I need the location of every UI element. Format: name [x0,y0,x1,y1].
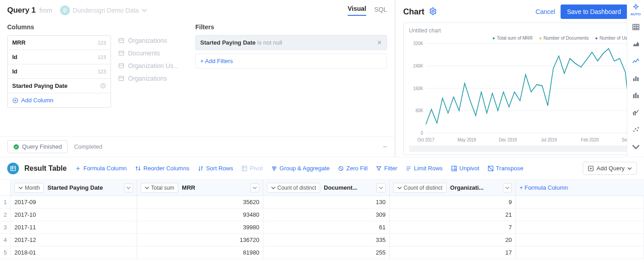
table-item[interactable]: Organization Us... [118,62,188,69]
column-item[interactable]: MRR 123 [8,36,110,50]
tab-visual[interactable]: Visual [348,5,366,16]
sparkle-icon [632,4,640,12]
col-header-formula[interactable]: + Formula Column [516,180,644,196]
table-item[interactable]: Organizations [118,37,188,44]
data-source-picker[interactable]: D Dundersign Demo Data [55,4,151,17]
svg-rect-46 [451,166,456,171]
rail-area-icon[interactable] [630,38,642,50]
cell-date[interactable]: 2018-01 [11,246,137,259]
cell-mrr[interactable]: 81980 [137,246,263,259]
cell-orgs[interactable]: 20 [390,234,516,246]
cell-orgs[interactable]: 7 [390,221,516,234]
group-aggregate-action[interactable]: Group & Aggregate [271,165,330,172]
add-query-button[interactable]: Add Query [583,162,637,175]
from-label: from [39,7,52,14]
col-header-orgs[interactable]: Count of distinctOrganizati... [390,180,516,196]
cell-docs[interactable]: 255 [263,246,390,259]
cell-mrr[interactable]: 136720 [137,234,263,246]
svg-rect-24 [633,24,639,30]
agg-chip[interactable]: Total sum [141,183,178,193]
svg-text:320K: 320K [413,41,423,46]
chart-settings-icon[interactable] [429,7,437,17]
col-header-date[interactable]: MonthStarted Paying Date [11,180,137,196]
cell-empty [516,196,644,209]
cell-date[interactable]: 2017-12 [11,234,137,246]
cell-docs[interactable]: 130 [263,196,390,209]
limit-rows-action[interactable]: Limit Rows [405,165,443,172]
cell-mrr[interactable]: 35620 [137,196,263,209]
chart-range-bar[interactable] [409,146,634,152]
table-label: Organizations [128,75,167,82]
type-number-icon: 123 [98,55,106,60]
rail-bar-icon[interactable] [630,72,642,85]
table-icon [118,75,124,82]
query-status-pill[interactable]: Query Finished [7,140,68,153]
cell-empty [516,209,644,221]
filter-action[interactable]: Filter [376,165,397,172]
cell-orgs[interactable]: 21 [390,209,516,221]
cell-orgs[interactable]: 17 [390,246,516,259]
cell-date[interactable]: 2017-11 [11,221,137,234]
rail-stacked-bar-icon[interactable] [630,89,642,102]
add-column-button[interactable]: Add Column [8,93,110,107]
remove-filter-icon[interactable]: ✕ [377,39,382,46]
col-menu-icon[interactable] [124,183,133,192]
svg-rect-41 [242,166,247,171]
result-avatar-icon [7,163,19,174]
rail-table-icon[interactable] [630,21,642,33]
agg-chip[interactable]: Count of distinct [393,183,446,193]
cell-date[interactable]: 2017-10 [11,209,137,221]
zero-fill-action[interactable]: Zero Fill [338,165,368,172]
col-menu-icon[interactable] [377,183,386,192]
svg-rect-25 [633,78,635,81]
filter-chip[interactable]: Started Paying Date is not null ✕ [195,35,387,50]
table-item[interactable]: Documents [118,50,188,57]
column-item[interactable]: Id 123 [8,50,110,64]
zero-icon [338,165,344,172]
row-number: 4 [0,234,11,246]
col-header-mrr[interactable]: Total sumMRR [137,180,263,196]
tab-sql[interactable]: SQL [374,6,387,16]
svg-rect-4 [119,64,124,68]
rail-scatter-icon[interactable] [630,123,642,136]
table-item[interactable]: Organizations [118,75,188,82]
reorder-columns-action[interactable]: Reorder Columns [135,165,189,172]
rail-line-icon[interactable] [630,55,642,68]
filter-operator: is not null [258,39,282,46]
svg-point-36 [633,131,635,132]
add-filter-button[interactable]: + Add Filters [195,54,387,68]
cancel-button[interactable]: Cancel [536,8,556,15]
column-item[interactable]: Started Paying Date [8,79,110,93]
svg-point-42 [272,166,274,168]
cell-docs[interactable]: 335 [263,234,390,246]
agg-chip[interactable]: Count of distinct [267,183,320,193]
chart-canvas[interactable]: 320K240K160K80K0Oct 2017May 2018Dec 2018… [409,41,634,144]
cell-mrr[interactable]: 93480 [137,209,263,221]
svg-text:80K: 80K [416,108,423,113]
rail-auto-label: AUTO [630,12,641,16]
rail-auto[interactable]: AUTO [630,4,642,16]
cell-docs[interactable]: 309 [263,209,390,221]
cell-orgs[interactable]: 9 [390,196,516,209]
cell-mrr[interactable]: 39980 [137,221,263,234]
agg-chip[interactable]: Month [14,183,44,193]
chart-card: Untitled chart Total sum of MRR Number o… [403,23,639,155]
collapse-icon[interactable]: − [383,143,387,151]
rail-more-icon[interactable] [630,141,642,153]
svg-text:Jul 2019: Jul 2019 [541,137,557,143]
rail-combo-icon[interactable] [630,106,642,119]
col-menu-icon[interactable] [503,183,512,192]
col-menu-icon[interactable] [250,183,259,192]
cell-docs[interactable]: 61 [263,221,390,234]
unpivot-action[interactable]: Unpivot [451,165,479,172]
formula-column-action[interactable]: Formula Column [75,165,127,172]
table-label: Documents [128,50,160,57]
type-number-icon: 123 [98,40,106,46]
transpose-action[interactable]: Transpose [488,165,524,172]
column-item[interactable]: Id 123 [8,64,110,79]
save-to-dashboard-button[interactable]: Save to Dashboard [561,5,627,19]
svg-rect-29 [633,94,635,96]
cell-date[interactable]: 2017-09 [11,196,137,209]
sort-rows-action[interactable]: Sort Rows [198,165,233,172]
col-header-docs[interactable]: Count of distinctDocument... [263,180,390,196]
